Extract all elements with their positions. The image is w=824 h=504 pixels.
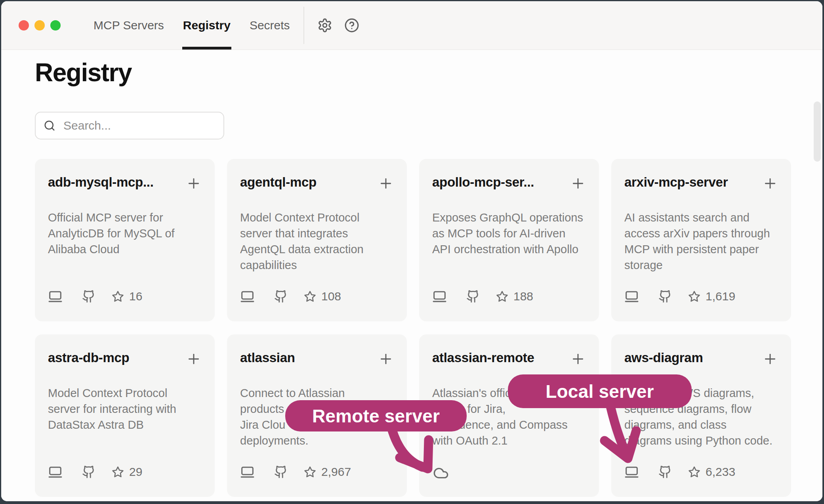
- star-icon: [304, 290, 316, 303]
- server-card-atlassian-remote[interactable]: atlassian-remote Atlassian's official MC…: [419, 334, 599, 497]
- github-icon: [274, 290, 288, 303]
- search-input[interactable]: [63, 118, 216, 133]
- laptop-icon: [432, 289, 447, 304]
- zoom-window-button[interactable]: [50, 20, 61, 31]
- tab-registry[interactable]: Registry: [183, 1, 231, 50]
- github-icon[interactable]: [82, 290, 95, 303]
- server-description: Atlassian's official MCPserver for Jira,…: [432, 385, 586, 449]
- description-line: as MCP tools for AI-driven: [432, 225, 586, 241]
- server-name: aws-diagram: [624, 350, 703, 365]
- settings-icon: [317, 18, 332, 33]
- plus-icon: [378, 351, 394, 367]
- server-name: arxiv-mcp-server: [624, 175, 728, 190]
- help-button[interactable]: [344, 18, 359, 33]
- plus-icon: [570, 351, 586, 367]
- server-card-agentql-mcp[interactable]: agentql-mcp Model Context Protocolserver…: [227, 159, 407, 321]
- star-icon: [688, 466, 700, 478]
- add-server-button[interactable]: [570, 351, 586, 367]
- description-line: diagrams using Python code.: [624, 433, 778, 449]
- server-card-footer: 188: [432, 289, 586, 304]
- star-count: 16: [129, 290, 142, 303]
- server-card-adb-mysql-mcp[interactable]: adb-mysql-mcp... Official MCP server for…: [35, 159, 215, 321]
- toolbar-divider: [303, 7, 304, 44]
- plus-icon: [762, 351, 778, 367]
- description-line: Alibaba Cloud: [48, 241, 202, 257]
- plus-icon: [378, 176, 394, 191]
- github-icon[interactable]: [658, 290, 672, 303]
- laptop-icon: [48, 289, 63, 304]
- star-icon: [304, 290, 316, 303]
- add-server-button[interactable]: [186, 176, 202, 191]
- server-card-footer: 1,619: [624, 289, 778, 304]
- tab-secrets[interactable]: Secrets: [250, 1, 290, 50]
- description-line: capabilities: [240, 257, 394, 273]
- star-icon: [688, 466, 700, 478]
- add-server-button[interactable]: [186, 351, 202, 367]
- laptop-icon: [624, 465, 639, 479]
- server-card-footer: 2,967: [240, 464, 394, 479]
- github-icon: [82, 465, 95, 479]
- settings-button[interactable]: [317, 18, 332, 33]
- star-icon: [112, 466, 124, 478]
- search-box[interactable]: [35, 112, 224, 139]
- github-icon: [658, 465, 672, 479]
- server-card-footer: [432, 464, 586, 479]
- server-card-apollo-mcp-ser[interactable]: apollo-mcp-ser... Exposes GraphQL operat…: [419, 159, 599, 321]
- add-server-button[interactable]: [378, 351, 394, 367]
- add-server-button[interactable]: [378, 176, 394, 191]
- star-count: 108: [321, 290, 341, 303]
- server-card-footer: 108: [240, 289, 394, 304]
- description-line: MCP with persistent paper: [624, 241, 778, 257]
- server-card-aws-diagram[interactable]: aws-diagram Generate AWS diagrams,sequen…: [611, 334, 791, 497]
- description-line: Exposes GraphQL operations: [432, 210, 586, 225]
- description-line: diagrams, and class: [624, 417, 778, 433]
- add-server-button[interactable]: [570, 176, 586, 191]
- description-line: with OAuth 2.1: [432, 433, 586, 449]
- github-icon[interactable]: [466, 290, 480, 303]
- server-card-atlassian[interactable]: atlassian Connect to AtlassianproductsJi…: [227, 334, 407, 497]
- description-line: access arXiv papers through: [624, 225, 778, 241]
- description-line: Generate AWS diagrams,: [624, 385, 778, 401]
- description-line: server for Jira,: [432, 401, 586, 417]
- github-icon[interactable]: [82, 465, 95, 479]
- description-line: Connect to Atlassian: [240, 385, 394, 401]
- server-card-astra-db-mcp[interactable]: astra-db-mcp Model Context Protocolserve…: [35, 334, 215, 497]
- star-count: 29: [129, 465, 142, 479]
- star-icon: [688, 290, 700, 303]
- plus-icon: [186, 351, 202, 367]
- laptop-icon: [48, 289, 63, 304]
- description-line: AgentQL data extraction: [240, 241, 394, 257]
- description-line: sequence diagrams, flow: [624, 401, 778, 417]
- server-card-footer: 16: [48, 289, 202, 304]
- star-icon: [688, 290, 700, 303]
- server-card-arxiv-mcp-server[interactable]: arxiv-mcp-server AI assistants search an…: [611, 159, 791, 321]
- github-icon[interactable]: [274, 290, 288, 303]
- tab-mcp-servers[interactable]: MCP Servers: [93, 1, 164, 50]
- github-icon[interactable]: [274, 465, 288, 479]
- server-description: Model Context Protocolserver for interac…: [48, 385, 202, 433]
- description-line: Model Context Protocol: [48, 385, 202, 401]
- star-count: 6,233: [706, 465, 735, 479]
- minimize-window-button[interactable]: [34, 20, 45, 31]
- scrollbar-thumb[interactable]: [814, 101, 821, 162]
- add-server-button[interactable]: [762, 176, 778, 191]
- description-line: server that integrates: [240, 225, 394, 241]
- star-count: 2,967: [321, 465, 351, 479]
- server-card-footer: 29: [48, 464, 202, 479]
- close-window-button[interactable]: [19, 20, 29, 31]
- laptop-icon: [432, 289, 447, 304]
- github-icon[interactable]: [658, 465, 672, 479]
- star-count: 1,619: [706, 290, 735, 303]
- laptop-icon: [48, 465, 63, 479]
- description-line: DataStax Astra DB: [48, 417, 202, 433]
- star-icon: [112, 290, 124, 303]
- star-icon: [304, 466, 316, 478]
- help-icon: [344, 18, 359, 33]
- add-server-button[interactable]: [762, 351, 778, 367]
- star-icon: [112, 290, 124, 303]
- app-window: MCP ServersRegistrySecrets Registry adb-…: [1, 1, 822, 501]
- titlebar: MCP ServersRegistrySecrets: [1, 1, 822, 50]
- plus-icon: [186, 176, 202, 191]
- laptop-icon: [240, 289, 255, 304]
- laptop-icon: [624, 465, 639, 479]
